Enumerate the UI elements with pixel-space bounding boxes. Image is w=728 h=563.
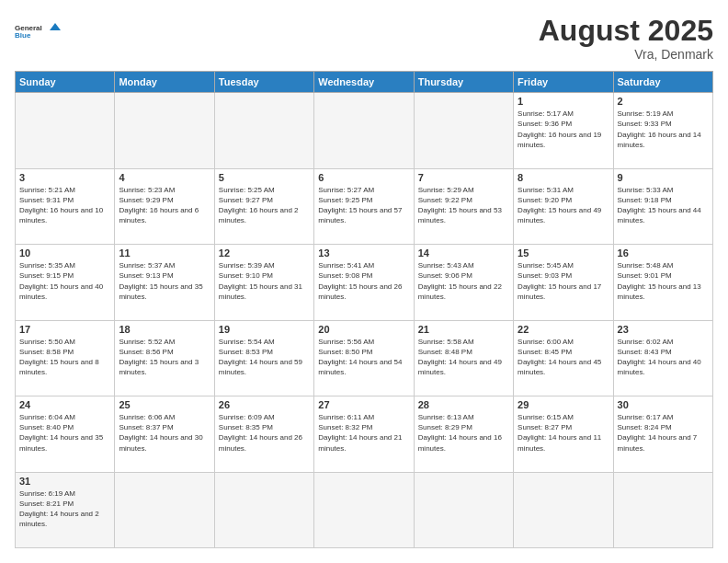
cell-text-3-3: Sunrise: 5:56 AM Sunset: 8:50 PM Dayligh… [318,337,409,378]
cell-3-4: 21Sunrise: 5:58 AM Sunset: 8:48 PM Dayli… [414,320,513,396]
day-number-11: 11 [119,247,210,259]
week-row-2: 10Sunrise: 5:35 AM Sunset: 9:15 PM Dayli… [16,245,713,320]
day-number-20: 20 [318,324,409,335]
cell-text-4-4: Sunrise: 6:13 AM Sunset: 8:29 PM Dayligh… [418,412,509,454]
cell-3-6: 23Sunrise: 6:02 AM Sunset: 8:43 PM Dayli… [613,320,712,396]
logo-svg: General Blue [15,15,61,48]
header-tuesday: Tuesday [214,72,313,93]
cell-text-1-1: Sunrise: 5:23 AM Sunset: 9:29 PM Dayligh… [119,185,210,226]
cell-text-2-4: Sunrise: 5:43 AM Sunset: 9:06 PM Dayligh… [418,260,509,302]
cell-0-6: 2Sunrise: 5:19 AM Sunset: 9:33 PM Daylig… [613,93,712,168]
day-number-27: 27 [318,399,409,410]
week-row-1: 3Sunrise: 5:21 AM Sunset: 9:31 PM Daylig… [16,168,713,244]
day-number-17: 17 [19,324,110,335]
cell-4-0: 24Sunrise: 6:04 AM Sunset: 8:40 PM Dayli… [16,396,115,472]
day-number-19: 19 [219,324,310,335]
day-number-9: 9 [618,172,709,183]
day-number-7: 7 [418,172,509,183]
cell-text-2-2: Sunrise: 5:39 AM Sunset: 9:10 PM Dayligh… [219,260,310,302]
header-monday: Monday [115,72,214,93]
cell-text-4-6: Sunrise: 6:17 AM Sunset: 8:24 PM Dayligh… [618,412,709,454]
cell-text-2-5: Sunrise: 5:45 AM Sunset: 9:03 PM Dayligh… [518,260,609,302]
cell-text-5-0: Sunrise: 6:19 AM Sunset: 8:21 PM Dayligh… [19,488,110,530]
month-title: August 2025 [539,15,713,47]
day-number-8: 8 [518,172,609,183]
cell-4-4: 28Sunrise: 6:13 AM Sunset: 8:29 PM Dayli… [414,396,513,472]
day-number-1: 1 [518,96,609,107]
day-number-5: 5 [219,172,310,183]
cell-text-1-2: Sunrise: 5:25 AM Sunset: 9:27 PM Dayligh… [219,185,310,226]
cell-3-2: 19Sunrise: 5:54 AM Sunset: 8:53 PM Dayli… [214,320,313,396]
cell-4-2: 26Sunrise: 6:09 AM Sunset: 8:35 PM Dayli… [214,396,313,472]
cell-text-3-2: Sunrise: 5:54 AM Sunset: 8:53 PM Dayligh… [219,337,310,378]
cell-1-2: 5Sunrise: 5:25 AM Sunset: 9:27 PM Daylig… [214,168,313,244]
cell-text-3-1: Sunrise: 5:52 AM Sunset: 8:56 PM Dayligh… [119,337,210,378]
day-number-31: 31 [19,476,110,487]
cell-0-0 [16,93,115,168]
cell-5-3 [314,472,414,547]
cell-0-3 [314,93,414,168]
day-number-23: 23 [618,324,709,335]
header-friday: Friday [514,72,613,93]
cell-text-3-0: Sunrise: 5:50 AM Sunset: 8:58 PM Dayligh… [19,337,110,378]
day-number-22: 22 [518,324,609,335]
cell-1-4: 7Sunrise: 5:29 AM Sunset: 9:22 PM Daylig… [414,168,513,244]
cell-2-1: 11Sunrise: 5:37 AM Sunset: 9:13 PM Dayli… [115,245,214,320]
cell-0-1 [115,93,214,168]
day-number-6: 6 [318,172,409,183]
cell-2-4: 14Sunrise: 5:43 AM Sunset: 9:06 PM Dayli… [414,245,513,320]
cell-2-0: 10Sunrise: 5:35 AM Sunset: 9:15 PM Dayli… [16,245,115,320]
cell-4-5: 29Sunrise: 6:15 AM Sunset: 8:27 PM Dayli… [514,396,613,472]
cell-text-4-1: Sunrise: 6:06 AM Sunset: 8:37 PM Dayligh… [119,412,210,454]
header-thursday: Thursday [414,72,513,93]
cell-text-2-6: Sunrise: 5:48 AM Sunset: 9:01 PM Dayligh… [618,260,709,302]
cell-5-6 [613,472,712,547]
cell-5-2 [214,472,313,547]
day-number-16: 16 [618,247,709,259]
header-saturday: Saturday [613,72,712,93]
cell-3-0: 17Sunrise: 5:50 AM Sunset: 8:58 PM Dayli… [16,320,115,396]
day-number-12: 12 [219,247,310,259]
day-number-21: 21 [418,324,509,335]
day-number-29: 29 [518,399,609,410]
cell-text-4-2: Sunrise: 6:09 AM Sunset: 8:35 PM Dayligh… [219,412,310,454]
cell-text-2-3: Sunrise: 5:41 AM Sunset: 9:08 PM Dayligh… [318,260,409,302]
header-sunday: Sunday [16,72,115,93]
cell-4-6: 30Sunrise: 6:17 AM Sunset: 8:24 PM Dayli… [613,396,712,472]
cell-text-3-5: Sunrise: 6:00 AM Sunset: 8:45 PM Dayligh… [518,337,609,378]
cell-text-1-4: Sunrise: 5:29 AM Sunset: 9:22 PM Dayligh… [418,185,509,226]
cell-5-0: 31Sunrise: 6:19 AM Sunset: 8:21 PM Dayli… [16,472,115,547]
svg-marker-2 [50,23,61,30]
day-number-10: 10 [19,247,110,259]
header: General Blue August 2025 Vra, Denmark [15,15,713,62]
week-row-0: 1Sunrise: 5:17 AM Sunset: 9:36 PM Daylig… [16,93,713,168]
day-number-15: 15 [518,247,609,259]
cell-3-1: 18Sunrise: 5:52 AM Sunset: 8:56 PM Dayli… [115,320,214,396]
weekday-header-row: Sunday Monday Tuesday Wednesday Thursday… [16,72,713,93]
cell-text-4-5: Sunrise: 6:15 AM Sunset: 8:27 PM Dayligh… [518,412,609,454]
cell-4-1: 25Sunrise: 6:06 AM Sunset: 8:37 PM Dayli… [115,396,214,472]
cell-text-0-6: Sunrise: 5:19 AM Sunset: 9:33 PM Dayligh… [618,109,709,150]
cell-2-2: 12Sunrise: 5:39 AM Sunset: 9:10 PM Dayli… [214,245,313,320]
day-number-4: 4 [119,172,210,183]
cell-text-1-3: Sunrise: 5:27 AM Sunset: 9:25 PM Dayligh… [318,185,409,226]
cell-text-1-6: Sunrise: 5:33 AM Sunset: 9:18 PM Dayligh… [618,185,709,226]
day-number-3: 3 [19,172,110,183]
week-row-3: 17Sunrise: 5:50 AM Sunset: 8:58 PM Dayli… [16,320,713,396]
cell-2-5: 15Sunrise: 5:45 AM Sunset: 9:03 PM Dayli… [514,245,613,320]
cell-1-5: 8Sunrise: 5:31 AM Sunset: 9:20 PM Daylig… [514,168,613,244]
cell-1-6: 9Sunrise: 5:33 AM Sunset: 9:18 PM Daylig… [613,168,712,244]
cell-text-1-0: Sunrise: 5:21 AM Sunset: 9:31 PM Dayligh… [19,185,110,226]
header-wednesday: Wednesday [314,72,414,93]
day-number-18: 18 [119,324,210,335]
cell-5-1 [115,472,214,547]
day-number-2: 2 [618,96,709,107]
cell-0-2 [214,93,313,168]
cell-2-3: 13Sunrise: 5:41 AM Sunset: 9:08 PM Dayli… [314,245,414,320]
cell-text-2-0: Sunrise: 5:35 AM Sunset: 9:15 PM Dayligh… [19,260,110,302]
title-area: August 2025 Vra, Denmark [539,15,713,62]
cell-1-1: 4Sunrise: 5:23 AM Sunset: 9:29 PM Daylig… [115,168,214,244]
cell-text-0-5: Sunrise: 5:17 AM Sunset: 9:36 PM Dayligh… [518,109,609,150]
cell-text-4-0: Sunrise: 6:04 AM Sunset: 8:40 PM Dayligh… [19,412,110,454]
svg-text:Blue: Blue [15,31,31,40]
